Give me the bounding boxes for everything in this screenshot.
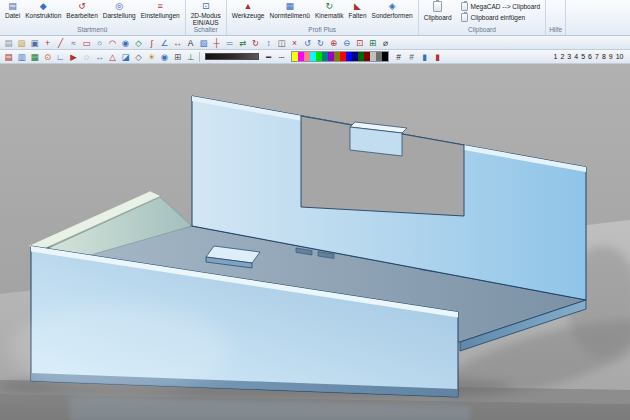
menu-bearbeiten[interactable]: ↺Bearbeiten [64,1,99,26]
grid-toggle-icon[interactable]: ⊞ [171,51,184,63]
menu-normteilmenu[interactable]: ▦Normteilmenü [267,1,311,26]
point-icon[interactable]: + [41,37,54,49]
group-icon[interactable]: ▥ [15,51,28,63]
view-8[interactable]: 8 [600,51,607,63]
polygon-icon[interactable]: ◇ [132,37,145,49]
menu-label: Datei [5,12,20,19]
view-numbers: 12345678910 [552,51,628,63]
menu-label: Darstellung [103,12,136,19]
circle-icon[interactable]: ○ [93,37,106,49]
menu-label: Einstellungen [141,12,180,19]
view-9[interactable]: 9 [607,51,614,63]
menu-kinematik[interactable]: ↻Kinematik [313,1,346,26]
menu-datei[interactable]: ▤Datei [3,1,22,26]
arc-icon[interactable]: ◠ [106,37,119,49]
button-label: MegaCAD --> Clipboard [471,3,541,10]
layer-number-icon[interactable]: # [392,51,405,63]
polyline-icon[interactable]: ≈ [67,37,80,49]
trim-icon[interactable]: ┼ [210,37,223,49]
redo-icon[interactable]: ↻ [314,37,327,49]
ribbon-group-content [549,1,562,26]
view-4[interactable]: 4 [573,51,580,63]
clipboard-icon [461,2,468,11]
ribbon-group-clipboard: ClipboardMegaCAD --> ClipboardClipboard … [419,0,546,35]
clipboard-icon [433,1,442,12]
save-icon[interactable]: ▣ [28,37,41,49]
front-wall-highlight [10,304,230,394]
hatch-icon[interactable]: ▧ [197,37,210,49]
3d-view-icon[interactable]: △ [106,51,119,63]
3d-scene[interactable] [0,64,630,420]
menu-einstellungen[interactable]: ≡Einstellungen [139,1,182,26]
clipboard-buttons: MegaCAD --> ClipboardClipboard einfügen [459,1,543,26]
move-icon[interactable]: ↕ [262,37,275,49]
ellipse-icon[interactable]: ◉ [119,37,132,49]
flag-blue-icon[interactable]: ▮ [418,51,431,63]
zoom-in-icon[interactable]: ⊕ [327,37,340,49]
view-2[interactable]: 2 [559,51,566,63]
pan-icon[interactable]: ↔ [93,51,106,63]
falten-icon: ◣ [354,1,361,11]
snap-grid-icon[interactable]: ▦ [28,51,41,63]
line-width-icon[interactable]: ━ [262,51,275,63]
measure-icon[interactable]: ⌀ [379,37,392,49]
view-3[interactable]: 3 [566,51,573,63]
datei-icon: ▤ [8,1,17,11]
rectangle-icon[interactable]: ▭ [80,37,93,49]
undo-icon[interactable]: ↺ [301,37,314,49]
text-icon[interactable]: A [184,37,197,49]
menu-konstruktion[interactable]: ◆Konstruktion [23,1,63,26]
menu-label: Werkzeuge [232,12,265,19]
copy-icon[interactable]: ◫ [275,37,288,49]
camera-icon[interactable]: ◉ [158,51,171,63]
color-swatch-15[interactable] [382,52,388,61]
spline-icon[interactable]: ∫ [145,37,158,49]
axis-icon[interactable]: ⊥ [184,51,197,63]
group-label-schalter: Schalter [189,26,223,35]
flag-red-icon[interactable]: ▮ [431,51,444,63]
select-icon[interactable]: ▶ [67,51,80,63]
new-drawing-icon[interactable]: ▤ [2,37,15,49]
zoom-fit-icon[interactable]: ⊞ [366,37,379,49]
menu-sonderformen[interactable]: ◈Sonderformen [370,1,415,26]
menu-label: Falten [348,12,366,19]
view-10[interactable]: 10 [614,51,625,63]
ribbon: ▤Datei◆Konstruktion↺Bearbeiten◎Darstellu… [0,0,630,36]
zoom-out-icon[interactable]: ⊖ [340,37,353,49]
pen-number-icon[interactable]: # [405,51,418,63]
menu-label: Konstruktion [25,12,61,19]
offset-icon[interactable]: ═ [223,37,236,49]
konstruktion-icon: ◆ [40,1,47,11]
zoom-window-icon[interactable]: ⊡ [353,37,366,49]
lasso-icon[interactable]: ◌ [80,51,93,63]
clipboard-einfuegen-button[interactable]: Clipboard einfügen [459,13,543,22]
line-type-icon[interactable]: ┄ [275,51,288,63]
menu-werkzeuge[interactable]: ▲Werkzeuge [230,1,267,26]
group-label-startmenu: Startmenü [3,26,182,35]
view-6[interactable]: 6 [587,51,594,63]
ribbon-group-startmenu: ▤Datei◆Konstruktion↺Bearbeiten◎Darstellu… [0,0,186,35]
view-7[interactable]: 7 [593,51,600,63]
snap-point-icon[interactable]: ⊙ [41,51,54,63]
angle-icon[interactable]: ∠ [158,37,171,49]
line-width-sample[interactable] [205,53,259,60]
line-icon[interactable]: ╱ [54,37,67,49]
megacad-to-clipboard-button[interactable]: MegaCAD --> Clipboard [459,2,543,11]
shade-icon[interactable]: ◪ [119,51,132,63]
mirror-icon[interactable]: ⇄ [236,37,249,49]
menu-darstellung[interactable]: ◎Darstellung [101,1,138,26]
viewport-3d[interactable] [0,64,630,420]
rotate-icon[interactable]: ↻ [249,37,262,49]
layer-icon[interactable]: ▤ [2,51,15,63]
dimension-icon[interactable]: ↔ [171,37,184,49]
menu-falten[interactable]: ◣Falten [346,1,368,26]
menu-clipboard[interactable]: Clipboard [422,1,454,26]
view-1[interactable]: 1 [552,51,559,63]
wireframe-icon[interactable]: ◇ [132,51,145,63]
light-icon[interactable]: ☀ [145,51,158,63]
view-5[interactable]: 5 [580,51,587,63]
delete-icon[interactable]: × [288,37,301,49]
menu-2d-modus[interactable]: ⊡2D-Modus EIN/AUS [189,1,223,26]
ortho-icon[interactable]: ∟ [54,51,67,63]
open-icon[interactable]: ▨ [15,37,28,49]
